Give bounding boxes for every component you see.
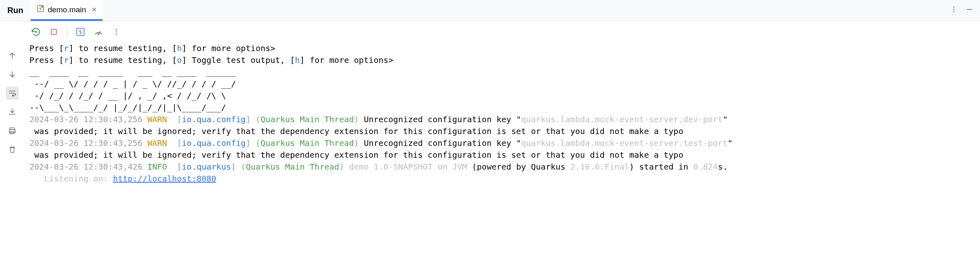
more-actions-icon[interactable]	[111, 26, 122, 38]
down-stack-button[interactable]	[6, 68, 19, 81]
log-line: was provided; it will be ignored; verify…	[29, 150, 683, 160]
log-line: 2024-03-26 12:30:43,426 INFO [io.quarkus…	[29, 162, 733, 172]
console-line: Press [r] to resume testing, [o] Toggle …	[29, 55, 393, 65]
log-line: was provided; it will be ignored; verify…	[29, 126, 683, 136]
console-action-bar	[24, 21, 980, 42]
run-config-tab[interactable]: demo.main ×	[31, 0, 102, 21]
svg-point-3	[953, 9, 955, 10]
console-line: Press [r] to resume testing, [h] for mor…	[29, 43, 275, 53]
stop-button[interactable]	[48, 26, 60, 38]
log-line: 2024-03-26 12:30:43,256 WARN [io.qua.con…	[29, 138, 733, 148]
scroll-to-end-button[interactable]	[6, 105, 19, 119]
banner-line: --\___\_\____/_/ |_/_/|_/_/|_|\____/___/	[29, 103, 241, 112]
close-tab-icon[interactable]: ×	[92, 5, 97, 14]
svg-point-4	[953, 11, 955, 12]
svg-point-11	[98, 34, 99, 35]
action-divider	[67, 27, 67, 37]
print-button[interactable]	[6, 124, 19, 137]
rerun-button[interactable]	[30, 26, 42, 38]
tab-bar-actions	[950, 5, 980, 16]
svg-rect-9	[51, 29, 57, 35]
more-icon[interactable]	[950, 5, 958, 16]
plugin-icon	[36, 4, 45, 15]
tab-title: demo.main	[48, 5, 86, 14]
endpoints-button[interactable]	[75, 26, 86, 38]
performance-button[interactable]	[93, 26, 104, 38]
banner-line: --/ __ \/ / / / _ | / _ \/ //_/ / / / __…	[29, 79, 241, 89]
banner-line: -/ /_/ / /_/ / __ |/ , _/ ,< / /_/ /\ \	[29, 91, 241, 101]
svg-point-12	[116, 29, 117, 30]
banner-line: __ ____ __ _____ ___ __ ____ ______	[29, 67, 241, 77]
console-gutter-toolbar	[0, 21, 24, 190]
svg-point-14	[116, 34, 117, 35]
run-tool-label: Run	[0, 6, 31, 15]
minimize-icon[interactable]	[965, 5, 973, 16]
svg-point-2	[953, 7, 955, 8]
soft-wrap-button[interactable]	[6, 87, 19, 100]
log-line: 2024-03-26 12:30:43,256 WARN [io.qua.con…	[29, 114, 728, 124]
main-content: Press [r] to resume testing, [h] for mor…	[0, 21, 980, 190]
listen-url-link[interactable]: http://localhost:8080	[113, 174, 216, 183]
content-column: Press [r] to resume testing, [h] for mor…	[24, 21, 980, 190]
svg-rect-5	[967, 9, 972, 10]
svg-point-13	[116, 31, 117, 33]
log-line: Listening on: http://localhost:8080	[29, 174, 216, 183]
up-stack-button[interactable]	[6, 49, 19, 62]
svg-point-1	[41, 5, 44, 8]
console-output[interactable]: Press [r] to resume testing, [h] for mor…	[24, 42, 980, 190]
trash-button[interactable]	[6, 143, 19, 156]
tab-bar: Run demo.main ×	[0, 0, 980, 21]
